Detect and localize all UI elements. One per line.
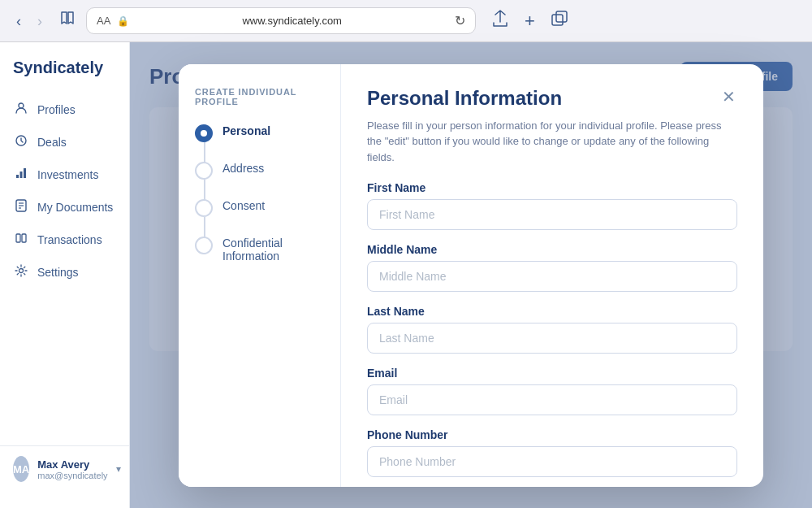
sidebar-item-profiles[interactable]: Profiles: [0, 93, 129, 126]
address-bar[interactable]: AA 🔒 www.syndicately.com ↻: [86, 7, 476, 34]
step-label-confidential-info: Confidential Information: [222, 235, 324, 285]
first-name-input[interactable]: [367, 199, 737, 230]
last-name-input[interactable]: [367, 323, 737, 354]
sidebar-label-settings: Settings: [37, 266, 79, 279]
transactions-icon: [13, 232, 29, 248]
sidebar-item-deals[interactable]: Deals: [0, 126, 129, 158]
lock-icon: 🔒: [117, 15, 129, 27]
email-label: Email: [367, 367, 737, 380]
user-name: Max Avery: [37, 458, 107, 471]
documents-icon: [13, 199, 29, 215]
investments-icon: [13, 167, 29, 183]
svg-rect-5: [20, 172, 23, 178]
modal-header: Personal Information ✕: [367, 87, 737, 110]
sidebar-label-my-documents: My Documents: [37, 201, 113, 214]
wizard-step-address[interactable]: Address: [195, 160, 324, 198]
phone-group: Phone Number: [367, 428, 737, 477]
sidebar-nav: Profiles Deals Investments My Documents: [0, 93, 129, 445]
modal-description: Please fill in your person information f…: [367, 118, 737, 166]
aa-label: AA: [97, 15, 110, 27]
wizard-step-confidential-info[interactable]: Confidential Information: [195, 235, 324, 285]
sidebar: Syndicately Profiles Deals Investments: [0, 42, 130, 508]
profiles-icon: [13, 102, 29, 118]
modal-sidebar: CREATE INDIVIDUAL PROFILE Personal Addre…: [179, 64, 341, 487]
svg-rect-1: [556, 11, 567, 22]
sidebar-label-investments: Investments: [37, 168, 98, 181]
browser-chrome: ‹ › AA 🔒 www.syndicately.com ↻ +: [0, 0, 812, 42]
sidebar-label-deals: Deals: [37, 136, 67, 149]
svg-rect-4: [16, 175, 19, 178]
step-label-consent: Consent: [222, 198, 265, 235]
svg-point-13: [19, 269, 24, 273]
user-info: Max Avery max@syndicately: [37, 458, 107, 480]
svg-rect-0: [552, 15, 563, 25]
middle-name-label: Middle Name: [367, 243, 737, 256]
main-content: Profile list + Create profile CREATE IND…: [130, 42, 812, 508]
bookmarks-button[interactable]: [58, 11, 76, 31]
add-tab-button[interactable]: +: [525, 11, 535, 32]
modal-dialog: CREATE INDIVIDUAL PROFILE Personal Addre…: [179, 64, 763, 487]
browser-actions: +: [492, 10, 568, 32]
avatar: MA: [13, 456, 29, 482]
sidebar-item-investments[interactable]: Investments: [0, 158, 129, 191]
back-button[interactable]: ‹: [13, 11, 24, 32]
first-name-group: First Name: [367, 181, 737, 230]
share-button[interactable]: [492, 10, 508, 32]
phone-input[interactable]: [367, 446, 737, 477]
email-group: Email: [367, 367, 737, 415]
sidebar-label-transactions: Transactions: [37, 233, 102, 246]
user-email: max@syndicately: [37, 471, 107, 480]
middle-name-group: Middle Name: [367, 243, 737, 292]
app-container: Syndicately Profiles Deals Investments: [0, 42, 812, 508]
step-circle-consent: [195, 199, 213, 217]
wizard-step-personal[interactable]: Personal: [195, 123, 324, 160]
step-circle-address: [195, 162, 213, 180]
modal-title: Personal Information: [367, 87, 562, 110]
svg-rect-12: [22, 234, 26, 242]
modal-body: Personal Information ✕ Please fill in yo…: [341, 64, 763, 487]
deals-icon: [13, 134, 29, 150]
modal-close-button[interactable]: ✕: [720, 87, 737, 106]
wizard-title: CREATE INDIVIDUAL PROFILE: [195, 87, 324, 106]
svg-rect-6: [24, 168, 26, 178]
email-input[interactable]: [367, 384, 737, 415]
svg-rect-11: [16, 234, 20, 242]
sidebar-item-settings[interactable]: Settings: [0, 256, 129, 289]
reload-button[interactable]: ↻: [455, 13, 465, 28]
url-display: www.syndicately.com: [136, 15, 448, 27]
sidebar-label-profiles: Profiles: [37, 103, 76, 116]
phone-label: Phone Number: [367, 428, 737, 441]
sidebar-item-my-documents[interactable]: My Documents: [0, 191, 129, 224]
wizard-step-consent[interactable]: Consent: [195, 198, 324, 235]
step-label-personal: Personal: [222, 123, 270, 160]
app-logo: Syndicately: [0, 59, 129, 93]
tab-switcher-button[interactable]: [551, 11, 568, 31]
last-name-group: Last Name: [367, 305, 737, 354]
sidebar-footer[interactable]: MA Max Avery max@syndicately ▾: [0, 445, 129, 492]
wizard-steps: Personal Address Consent Confide: [195, 123, 324, 285]
user-menu-chevron-icon: ▾: [116, 463, 121, 475]
svg-point-2: [19, 103, 24, 108]
middle-name-input[interactable]: [367, 261, 737, 292]
first-name-label: First Name: [367, 181, 737, 194]
sidebar-item-transactions[interactable]: Transactions: [0, 224, 129, 256]
modal-overlay: CREATE INDIVIDUAL PROFILE Personal Addre…: [130, 42, 812, 508]
step-circle-confidential-info: [195, 237, 213, 254]
settings-icon: [13, 264, 29, 280]
last-name-label: Last Name: [367, 305, 737, 318]
step-label-address: Address: [222, 160, 264, 198]
step-circle-personal: [195, 124, 213, 142]
forward-button[interactable]: ›: [34, 11, 45, 32]
